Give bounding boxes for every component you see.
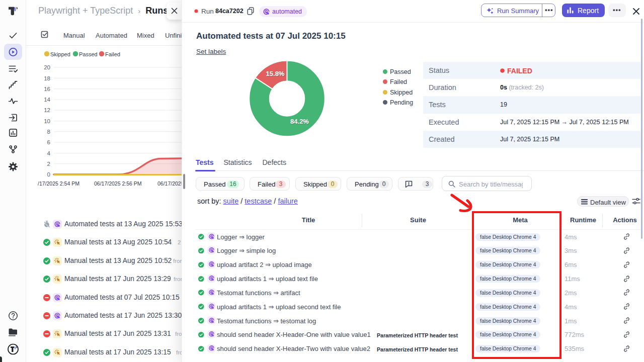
svg-text:Failed: Failed	[105, 51, 120, 57]
svg-text:8: 8	[47, 129, 50, 135]
svg-text:16: 16	[44, 86, 50, 92]
svg-text:4: 4	[47, 150, 51, 156]
svg-text:10: 10	[44, 118, 50, 124]
svg-text:/17/2025 2:54 PM: /17/2025 2:54 PM	[38, 180, 79, 187]
svg-text:15.8%: 15.8%	[266, 70, 285, 77]
svg-text:14: 14	[44, 97, 50, 103]
svg-text:Passed: Passed	[79, 51, 98, 57]
svg-text:2: 2	[47, 161, 50, 167]
svg-text:6: 6	[47, 139, 50, 145]
svg-text:06/17/2025 2:58 PM: 06/17/2025 2:58 PM	[157, 180, 182, 187]
svg-text:06/17/2025 2:56 PM: 06/17/2025 2:56 PM	[94, 180, 142, 187]
svg-text:18: 18	[44, 75, 50, 81]
svg-text:84.2%: 84.2%	[290, 118, 309, 125]
svg-text:12: 12	[44, 107, 50, 113]
svg-text:Skipped: Skipped	[50, 51, 70, 57]
svg-text:0: 0	[47, 171, 50, 177]
svg-text:20: 20	[44, 64, 50, 70]
